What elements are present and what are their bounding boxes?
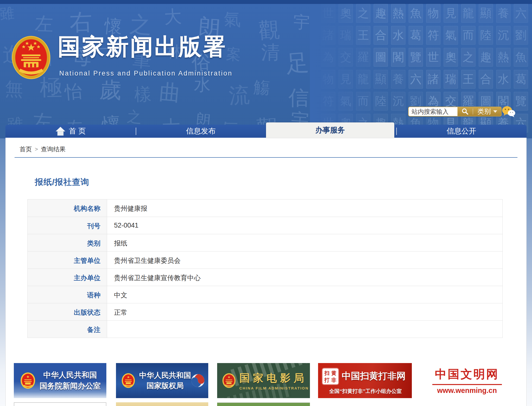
banner-partial-1[interactable] bbox=[14, 402, 106, 406]
background-tile: 六 bbox=[514, 4, 528, 23]
nav-item-label: 办事服务 bbox=[315, 125, 345, 135]
row-label: 备注 bbox=[28, 321, 107, 338]
breadcrumb-rule bbox=[15, 157, 517, 158]
national-emblem-icon bbox=[20, 372, 36, 389]
breadcrumb: 首页 > 查询结果 bbox=[19, 145, 526, 153]
banner-scio-line1: 中华人民共和国 bbox=[39, 370, 101, 381]
table-row: 出版状态正常 bbox=[28, 303, 502, 320]
background-tile: 氣 bbox=[444, 26, 458, 45]
page-title: 报纸/报社查询 bbox=[35, 176, 526, 188]
background-tile: 葛 bbox=[514, 70, 528, 89]
background-tile: 瑞 bbox=[444, 70, 458, 89]
background-tile: 養 bbox=[391, 70, 405, 89]
calligraphy-glyph: 足 bbox=[285, 47, 310, 79]
banner-wenming[interactable]: 中国文明网 www.wenming.cn bbox=[425, 363, 509, 398]
background-tile: 王 bbox=[461, 70, 475, 89]
wechat-icon[interactable] bbox=[501, 106, 516, 117]
breadcrumb-home[interactable]: 首页 bbox=[19, 145, 32, 153]
background-tile: 符 bbox=[426, 26, 440, 45]
row-value: 贵州省卫生健康委员会 bbox=[107, 251, 502, 269]
calligraphy-glyph: 之 bbox=[127, 107, 142, 127]
banner-film-administration[interactable]: 国家电影局 CHINA FILM ADMINISTRATION bbox=[217, 363, 310, 398]
row-label: 主办单位 bbox=[28, 269, 107, 286]
background-tile: 物 bbox=[426, 4, 440, 23]
national-emblem-icon bbox=[121, 372, 135, 389]
background-tile: 顯 bbox=[479, 4, 493, 23]
calligraphy-glyph: 大 bbox=[164, 5, 182, 29]
background-tile: 而 bbox=[461, 26, 475, 45]
home-icon bbox=[56, 127, 65, 136]
table-row: 语种中文 bbox=[28, 286, 502, 303]
query-result-table: 机构名称贵州健康报刊号52-0041类别报纸主管单位贵州省卫生健康委员会主办单位… bbox=[27, 199, 503, 338]
banner-film-title: 国家电影局 bbox=[239, 371, 309, 385]
background-tile: 見 bbox=[444, 4, 458, 23]
page: 雖左右懷之大朗氣觀宇進日母一筆林俗案清足無極怡歲樣曲水流觴信雖左右懷之大朗氣觀宇… bbox=[0, 0, 532, 406]
main-navigation: 首 页信息发布办事服务信息公开 bbox=[5, 125, 527, 138]
tiles-fade bbox=[310, 4, 384, 138]
site-title: 国家新闻出版署 bbox=[58, 32, 227, 62]
banner-partial-3[interactable] bbox=[217, 402, 310, 406]
calligraphy-glyph: 曲 bbox=[158, 77, 182, 108]
banner-ncac-line1: 中华人民共和国 bbox=[139, 370, 191, 381]
banner-scio[interactable]: 中华人民共和国 国务院新闻办公室 bbox=[14, 363, 106, 398]
nav-item-1[interactable]: 信息发布 bbox=[136, 125, 266, 138]
banner-wenming-title: 中国文明网 bbox=[435, 367, 499, 382]
table-row: 刊号52-0041 bbox=[28, 217, 502, 234]
background-tile: 六 bbox=[409, 70, 423, 89]
breadcrumb-separator: > bbox=[35, 146, 38, 153]
table-row: 主管单位贵州省卫生健康委员会 bbox=[28, 251, 502, 269]
search-category-label: 类别 bbox=[477, 107, 491, 116]
background-tile: 沉 bbox=[391, 92, 405, 111]
background-tile: 魚 bbox=[409, 4, 423, 23]
banner-wenming-url: www.wenming.cn bbox=[437, 387, 497, 395]
search-button[interactable] bbox=[457, 107, 473, 116]
background-tile: 龍 bbox=[461, 4, 475, 23]
background-tile: 陸 bbox=[479, 26, 493, 45]
footer-banners: 中华人民共和国 国务院新闻办公室 中华人民共 bbox=[14, 363, 509, 398]
wenming-rule bbox=[432, 384, 502, 385]
row-label: 出版状态 bbox=[28, 303, 107, 320]
row-label: 语种 bbox=[28, 286, 107, 303]
background-tile: 葛 bbox=[409, 26, 423, 45]
row-value: 贵州省卫生健康宣传教育中心 bbox=[107, 269, 502, 286]
row-value: 正常 bbox=[107, 303, 502, 320]
chevron-down-icon bbox=[493, 110, 497, 113]
background-tile: 熱 bbox=[391, 4, 405, 23]
national-emblem-icon bbox=[11, 35, 51, 80]
nav-item-2[interactable]: 办事服务 bbox=[266, 122, 394, 138]
background-tile: 熱 bbox=[496, 48, 511, 67]
shdf-seal-icon: 扫黄打非 bbox=[323, 368, 338, 384]
nav-item-0[interactable]: 首 页 bbox=[5, 125, 136, 138]
row-label: 刊号 bbox=[28, 217, 107, 234]
background-tile: 趣 bbox=[479, 48, 493, 67]
nav-item-3[interactable]: 信息公开 bbox=[396, 125, 527, 138]
background-tile: 之 bbox=[461, 48, 475, 67]
banner-shdf[interactable]: 扫黄打非 中国扫黄打非网 全国“扫黄打非”工作小组办公室 bbox=[318, 363, 412, 398]
row-value: 报纸 bbox=[107, 234, 502, 251]
calligraphy-glyph: 流 bbox=[228, 81, 250, 110]
banner-ncac-line2: 国家版权局 bbox=[139, 381, 191, 391]
background-tile: 覽 bbox=[409, 48, 423, 67]
calligraphy-glyph: 信 bbox=[288, 84, 309, 112]
search-category-dropdown[interactable]: 类别 bbox=[473, 107, 501, 116]
banner-copyright[interactable]: 中华人民共和国 国家版权局 bbox=[116, 363, 208, 398]
search-input[interactable] bbox=[409, 107, 457, 116]
calligraphy-glyph: 案 bbox=[226, 44, 241, 65]
calligraphy-glyph: 觴 bbox=[253, 76, 271, 99]
row-label: 机构名称 bbox=[28, 199, 107, 217]
table-row: 备注 bbox=[28, 320, 502, 338]
content-panel: 首页 > 查询结果 报纸/报社查询 机构名称贵州健康报刊号52-0041类别报纸… bbox=[5, 138, 527, 406]
background-tile: 世 bbox=[426, 48, 440, 67]
row-value: 贵州健康报 bbox=[107, 199, 502, 217]
calligraphy-glyph: 氣 bbox=[224, 8, 241, 31]
calligraphy-glyph: 樣 bbox=[134, 83, 152, 106]
banner-film-subtitle: CHINA FILM ADMINISTRATION bbox=[239, 386, 309, 390]
calligraphy-glyph: 宇 bbox=[293, 11, 311, 34]
banner-partial-2[interactable] bbox=[116, 402, 208, 406]
copyright-swirl-icon bbox=[191, 373, 205, 388]
table-row: 机构名称贵州健康报 bbox=[28, 199, 502, 217]
site-subtitle: National Press and Publication Administr… bbox=[59, 70, 232, 77]
search-icon bbox=[461, 108, 469, 115]
background-tile: 水 bbox=[391, 26, 405, 45]
background-tile: 水 bbox=[496, 70, 511, 89]
